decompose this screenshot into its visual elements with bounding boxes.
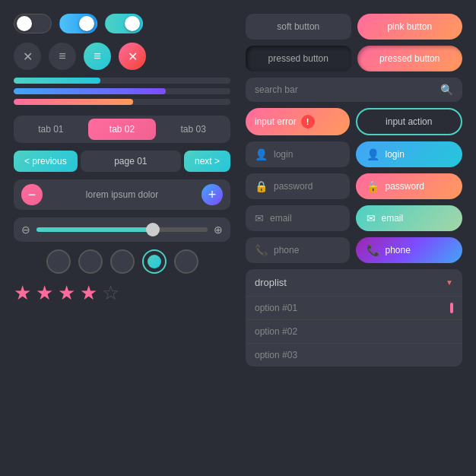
progress-bar-teal	[14, 78, 230, 84]
login-gradient-label: login	[386, 149, 405, 160]
slider-min-icon: ⊖	[21, 224, 30, 236]
radio-4-active[interactable]	[142, 249, 167, 274]
phone-gradient-label: phone	[386, 245, 411, 255]
stars-row: ★ ★ ★ ★ ☆	[14, 281, 230, 305]
password-icon: 🔒	[255, 180, 268, 192]
slider-max-icon: ⊕	[214, 224, 223, 236]
progress-bar-blue	[14, 88, 230, 94]
toggle-off[interactable]	[14, 14, 52, 33]
progress-fill-blue	[14, 88, 166, 94]
star-4[interactable]: ★	[80, 281, 97, 305]
pressed-pink-button[interactable]: pressed button	[357, 46, 463, 71]
input-error[interactable]: input error !	[246, 108, 350, 135]
droplist-option-3[interactable]: option #03	[246, 344, 462, 367]
phone-label: phone	[274, 245, 299, 255]
toggle-teal[interactable]	[105, 14, 143, 33]
pressed-row: pressed button pressed button	[246, 46, 462, 71]
login-fields-row: 👤 login 👤 login	[246, 141, 462, 167]
progress-bars	[14, 78, 230, 105]
toggle-knob-blue	[79, 16, 94, 31]
search-bar[interactable]: search bar 🔍	[246, 78, 462, 102]
lorem-text: lorem ipsum dolor	[47, 189, 197, 200]
email-gradient-button[interactable]: ✉ email	[356, 205, 463, 231]
password-gradient-icon: 🔒	[367, 180, 379, 192]
soft-button[interactable]: soft button	[246, 14, 351, 40]
error-icon: !	[301, 115, 315, 129]
minus-button[interactable]: −	[21, 184, 43, 205]
phone-gradient-button[interactable]: 📞 phone	[356, 237, 463, 263]
input-action[interactable]: input action	[356, 108, 463, 135]
phone-gradient-icon: 📞	[367, 244, 379, 256]
radio-row	[14, 249, 230, 274]
email-field[interactable]: ✉ email	[246, 205, 350, 231]
droplist-header[interactable]: droplist ▼	[246, 269, 462, 297]
pink-button[interactable]: pink button	[357, 14, 463, 40]
password-field[interactable]: 🔒 password	[246, 173, 350, 199]
star-3[interactable]: ★	[58, 281, 75, 305]
star-5[interactable]: ☆	[102, 281, 119, 305]
page-number: page 01	[81, 151, 181, 172]
password-gradient-label: password	[386, 181, 424, 192]
stepper-row: − lorem ipsum dolor +	[14, 179, 230, 210]
slider-row: ⊖ ⊕	[14, 217, 230, 242]
droplist[interactable]: droplist ▼ option #01 option #02 option …	[246, 269, 462, 367]
password-fields-row: 🔒 password 🔒 password	[246, 173, 462, 199]
pressed-dark-button[interactable]: pressed button	[246, 46, 351, 71]
next-button[interactable]: next >	[184, 151, 230, 172]
tab-01[interactable]: tab 01	[17, 119, 85, 140]
email-icon: ✉	[255, 212, 264, 224]
radio-5[interactable]	[174, 249, 198, 274]
login-gradient-icon: 👤	[367, 148, 379, 160]
toggle-knob-off	[17, 16, 32, 31]
soft-pink-row: soft button pink button	[246, 14, 462, 40]
close-button[interactable]: ✕	[14, 43, 41, 70]
email-label: email	[270, 213, 292, 224]
radio-3[interactable]	[110, 249, 135, 274]
radio-inner	[148, 255, 161, 268]
plus-button[interactable]: +	[202, 184, 223, 205]
login-icon: 👤	[255, 148, 268, 160]
login-field[interactable]: 👤 login	[246, 141, 350, 167]
phone-field[interactable]: 📞 phone	[246, 237, 350, 263]
droplist-option-2[interactable]: option #02	[246, 320, 462, 344]
email-gradient-icon: ✉	[367, 212, 376, 224]
tabs-row: tab 01 tab 02 tab 03	[14, 116, 230, 143]
toggle-knob-teal	[125, 16, 140, 31]
radio-1[interactable]	[46, 249, 71, 274]
progress-fill-teal	[14, 78, 100, 84]
droplist-option-1[interactable]: option #01	[246, 297, 462, 320]
phone-fields-row: 📞 phone 📞 phone	[246, 237, 462, 263]
progress-fill-pink	[14, 99, 133, 105]
email-fields-row: ✉ email ✉ email	[246, 205, 462, 231]
star-1[interactable]: ★	[14, 281, 31, 305]
star-2[interactable]: ★	[36, 281, 53, 305]
tab-03[interactable]: tab 03	[159, 119, 227, 140]
password-label: password	[274, 181, 313, 192]
slider-thumb[interactable]	[146, 223, 160, 236]
menu-button[interactable]: ≡	[49, 43, 76, 70]
password-gradient-button[interactable]: 🔒 password	[356, 173, 463, 199]
prev-button[interactable]: < previous	[14, 151, 78, 172]
login-gradient-button[interactable]: 👤 login	[356, 141, 463, 167]
radio-2[interactable]	[78, 249, 103, 274]
option-indicator-1	[450, 303, 453, 313]
toggle-blue[interactable]	[59, 14, 97, 33]
progress-bar-pink	[14, 99, 230, 105]
pagination-row: < previous page 01 next >	[14, 151, 230, 172]
menu-green-button[interactable]: ≡	[84, 43, 111, 70]
droplist-arrow-icon: ▼	[446, 278, 453, 287]
tab-02[interactable]: tab 02	[88, 119, 157, 140]
icon-buttons-row: ✕ ≡ ≡ ✕	[14, 43, 230, 70]
search-placeholder: search bar	[255, 84, 434, 95]
login-label: login	[274, 149, 293, 160]
phone-icon: 📞	[255, 244, 268, 256]
search-icon: 🔍	[440, 84, 453, 96]
input-row: input error ! input action	[246, 108, 462, 135]
close-red-button[interactable]: ✕	[119, 43, 146, 70]
slider-track[interactable]	[36, 227, 208, 232]
email-gradient-label: email	[382, 213, 404, 224]
toggles-row	[14, 14, 230, 33]
